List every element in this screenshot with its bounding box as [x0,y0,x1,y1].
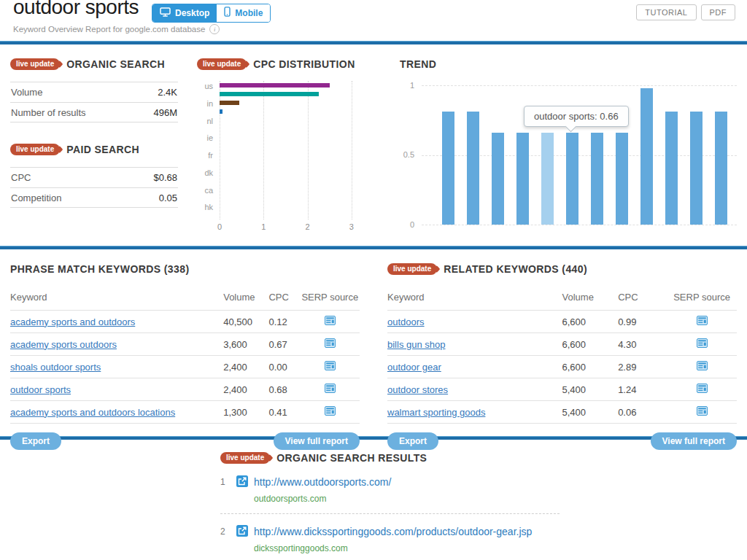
result-rank: 1 [220,475,236,504]
result-domain: outdoorsports.com [254,494,391,504]
cpc-bar[interactable] [220,109,222,114]
serp-source-icon[interactable] [325,406,336,416]
cpc-bar[interactable] [220,83,330,88]
pdf-button[interactable]: PDF [701,4,736,20]
serp-source-icon[interactable] [697,361,708,370]
related-keywords-table: Keyword Volume CPC SERP source outdoors6… [387,287,737,424]
cpc-row-label: hk [204,203,213,211]
result-rank: 2 [220,525,236,553]
trend-bar[interactable] [640,88,653,225]
info-icon[interactable]: i [209,24,220,34]
trend-bar[interactable] [492,133,504,225]
column-header-volume: Volume [562,287,619,311]
keyword-row: academy sports and outdoors40,5000.12 [10,311,360,333]
related-keywords-title: RELATED KEYWORDS (440) [444,263,587,275]
trend-bar[interactable] [616,133,628,225]
keyword-link[interactable]: academy sports outdoors [10,339,117,350]
cpc-axis-labels: usinnliefrdkcahk [197,81,213,219]
external-link-icon[interactable] [236,475,248,487]
volume-cell: 5,400 [562,401,619,424]
live-update-badge: live update [197,58,247,70]
keyword-link[interactable]: outdoors [387,316,425,327]
keyword-link[interactable]: walmart sporting goods [387,407,485,418]
keyword-link[interactable]: outdoor gear [387,362,441,373]
serp-source-icon[interactable] [325,338,336,348]
mobile-toggle-button[interactable]: Mobile [217,4,270,22]
trend-plot-area: outdoor sports: 0.66 [422,85,737,225]
export-button[interactable]: Export [387,432,438,450]
external-link-icon[interactable] [236,525,248,537]
trend-bar[interactable] [591,133,603,225]
keyword-link[interactable]: academy sports and outdoors locations [10,407,175,418]
related-keywords-panel: live update RELATED KEYWORDS (440) Keywo… [387,262,737,436]
serp-source-icon[interactable] [697,384,708,393]
serp-source-icon[interactable] [325,384,336,393]
overview-section: live update ORGANIC SEARCH Volume 2.4K N… [0,44,747,246]
serp-source-icon[interactable] [325,316,336,325]
keyword-row: outdoor stores5,4001.24 [387,378,737,401]
smartphone-icon [224,7,231,19]
cpc-cell: 0.41 [268,401,300,424]
keyword-link[interactable]: shoals outdoor sports [10,362,101,373]
trend-bar[interactable] [690,112,703,225]
trend-bar[interactable] [566,133,578,225]
volume-cell: 5,400 [562,378,619,401]
header-actions: TUTORIAL PDF [636,4,735,20]
serp-source-icon[interactable] [697,316,708,325]
serp-source-icon[interactable] [325,361,336,370]
cpc-distribution-title: CPC DISTRIBUTION [253,58,355,70]
cpc-bar[interactable] [220,92,319,96]
trend-bar[interactable] [665,112,678,225]
organic-results-title: ORGANIC SEARCH RESULTS [276,452,427,464]
table-row: Volume 2.4K [10,82,178,102]
cpc-plot-area [219,81,363,219]
keyword-row: outdoor sports2,4000.68 [10,378,360,401]
serp-source-icon[interactable] [697,406,708,416]
cpc-row-label: ie [206,133,213,142]
device-toggle: Desktop Mobile [152,4,271,23]
cpc-bar[interactable] [220,101,239,105]
metric-label: Number of results [11,107,86,118]
tutorial-button[interactable]: TUTORIAL [636,4,696,20]
volume-cell: 3,600 [223,333,268,356]
keyword-link[interactable]: academy sports and outdoors [10,316,135,327]
trend-bar[interactable] [467,112,479,225]
gridline [422,225,737,225]
view-full-report-button[interactable]: View full report [651,432,737,450]
keyword-tables-section: PHRASE MATCH KEYWORDS (338) Keyword Volu… [0,249,747,436]
keyword-link[interactable]: bills gun shop [387,339,446,350]
result-url-link[interactable]: http://www.outdoorsports.com/ [254,476,391,488]
page-header: outdoor sports Desktop Mobile Keyword Ov… [0,0,747,41]
dashed-separator [220,513,560,514]
trend-tooltip: outdoor sports: 0.66 [524,106,629,127]
trend-bar[interactable] [516,133,529,225]
result-domain: dickssportinggoods.com [254,543,532,553]
column-header-volume: Volume [223,287,268,311]
volume-cell: 6,600 [562,356,619,378]
phrase-match-table: Keyword Volume CPC SERP source academy s… [10,287,360,424]
gridline [308,81,309,219]
y-tick-label: 1 [410,81,414,90]
cpc-cell: 0.00 [268,356,300,378]
x-tick-label: 0 [217,222,222,231]
export-button[interactable]: Export [10,432,61,450]
keyword-link[interactable]: outdoor sports [10,384,71,395]
table-row: Number of results 496M [10,102,178,122]
live-update-badge: live update [220,452,270,464]
organic-results-list: 1http://www.outdoorsports.com/outdoorspo… [220,475,747,560]
trend-bar[interactable] [541,133,554,225]
organic-result-item: 2http://www.dickssportinggoods.com/produ… [220,525,747,553]
cpc-distribution-column: live update CPC DISTRIBUTION usinnliefrd… [197,58,385,246]
result-url-link[interactable]: http://www.dickssportinggoods.com/produc… [254,526,532,537]
cpc-row-label: us [204,82,213,90]
serp-source-icon[interactable] [697,338,708,348]
trend-bar[interactable] [442,112,454,225]
table-row: CPC $0.68 [10,167,178,187]
table-header-row: Keyword Volume CPC SERP source [10,287,360,311]
desktop-toggle-button[interactable]: Desktop [152,4,217,22]
trend-bar[interactable] [715,112,727,225]
volume-cell: 2,400 [223,356,268,378]
view-full-report-button[interactable]: View full report [274,432,360,450]
keyword-link[interactable]: outdoor stores [387,384,448,395]
volume-cell: 1,300 [223,401,268,424]
